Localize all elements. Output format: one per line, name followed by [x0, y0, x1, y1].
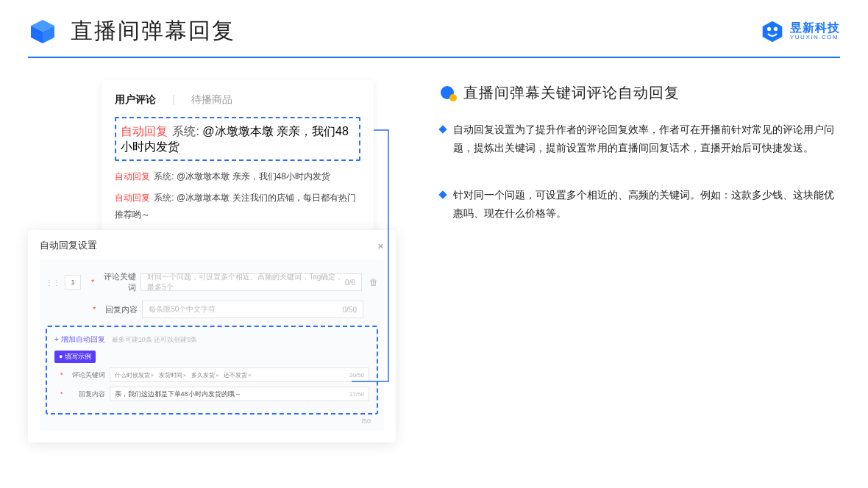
keyword-chip[interactable]: 还不发货	[224, 372, 255, 378]
keyword-chip[interactable]: 发货时间	[159, 372, 190, 378]
char-count: 0/50	[343, 306, 357, 314]
input-placeholder: 对同一个问题，可设置多个相近、高频的关键词，Tag确定，最多5个	[147, 272, 345, 293]
example-badge: ● 填写示例	[54, 351, 96, 363]
brand-logo: 昱新科技 YUUXIN.COM	[761, 20, 840, 43]
svg-point-5	[774, 26, 778, 30]
keyword-label: 评论关键词	[101, 271, 136, 293]
tab-separator: |	[172, 93, 175, 107]
svg-marker-3	[763, 21, 783, 41]
required-dot-icon: *	[91, 278, 94, 287]
char-count: 37/50	[349, 391, 364, 398]
page-title: 直播间弹幕回复	[71, 16, 235, 46]
bullet-text: 针对同一个问题，可设置多个相近的、高频的关键词。例如：这款多少钱、这块能优惠吗、…	[453, 186, 840, 222]
svg-point-7	[449, 94, 457, 101]
required-dot-icon: *	[93, 305, 96, 314]
comment-highlighted: 自动回复 系统: @冰墩墩本墩 亲亲，我们48小时内发货	[115, 117, 360, 161]
header-left: 直播间弹幕回复	[28, 16, 235, 46]
example-kw-input[interactable]: 什么时候发货 发货时间 多久发货 还不发货 20/50	[110, 367, 369, 382]
auto-reply-settings-card: 自动回复设置 × ⋮⋮ 1 * 评论关键词 对同一个问题，可设置多个相近、高频的…	[28, 230, 396, 442]
example-reply-row: * 回复内容 亲，我们这边都是下单48小时内发货的哦～ 37/50	[54, 387, 369, 401]
char-count: 0/6	[345, 279, 355, 287]
example-keyword-row: * 评论关键词 什么时候发货 发货时间 多久发货 还不发货 20/50	[54, 367, 369, 382]
bullet-item: 自动回复设置为了提升作者的评论回复效率，作者可在开播前针对常见的评论用户问题，提…	[440, 121, 840, 157]
input-placeholder: 每条限50个中文字符	[149, 304, 216, 315]
char-count: 20/50	[349, 372, 364, 378]
settings-title: 自动回复设置	[40, 239, 97, 252]
right-text-column: 直播间弹幕关键词评论自动回复 自动回复设置为了提升作者的评论回复效率，作者可在开…	[440, 80, 840, 440]
cube-icon	[28, 17, 57, 46]
auto-reply-tag: 自动回复	[115, 193, 150, 203]
reply-input[interactable]: 每条限50个中文字符 0/50	[142, 301, 363, 318]
drag-handle-icon[interactable]: ⋮⋮	[46, 279, 60, 287]
comment-row: 自动回复 系统: @冰墩墩本墩 亲亲，我们48小时内发货	[115, 168, 360, 185]
auto-reply-tag: 自动回复	[115, 171, 150, 182]
system-label: 系统:	[154, 171, 174, 182]
comment-text: @冰墩墩本墩 亲亲，我们48小时内发货	[177, 171, 330, 182]
reply-label: 回复内容	[102, 304, 138, 315]
chat-bubble-icon	[440, 85, 456, 101]
example-kw-label: 评论关键词	[70, 370, 105, 380]
system-label: 系统:	[154, 193, 174, 203]
reply-row: * 回复内容 每条限50个中文字符 0/50	[46, 301, 378, 318]
bullet-text: 自动回复设置为了提升作者的评论回复效率，作者可在开播前针对常见的评论用户问题，提…	[453, 121, 840, 157]
diamond-bullet-icon	[438, 125, 447, 133]
keyword-row: ⋮⋮ 1 * 评论关键词 对同一个问题，可设置多个相近、高频的关键词，Tag确定…	[46, 271, 378, 293]
required-dot-icon: *	[60, 390, 63, 398]
comment-text: @冰墩墩本墩 关注我们的店铺，每日都有热门推荐哟～	[115, 193, 356, 220]
svg-point-4	[767, 26, 771, 30]
system-label: 系统:	[172, 125, 199, 137]
delete-icon[interactable]: 🗑	[369, 277, 378, 287]
index-box: 1	[65, 275, 81, 290]
example-reply-value: 亲，我们这边都是下单48小时内发货的哦～	[115, 390, 241, 399]
tail-count: /50	[46, 415, 378, 425]
diamond-bullet-icon	[438, 190, 447, 198]
close-icon[interactable]: ×	[377, 240, 384, 252]
tab-products[interactable]: 待播商品	[191, 93, 232, 107]
brand-name-en: YUUXIN.COM	[790, 35, 840, 40]
keyword-chip[interactable]: 什么时候发货	[115, 372, 157, 378]
add-hint: 最多可建10条 还可以创建9条	[112, 336, 198, 343]
auto-reply-tag: 自动回复	[121, 125, 168, 137]
tab-comments[interactable]: 用户评论	[115, 93, 156, 107]
left-illustration: 用户评论 | 待播商品 自动回复 系统: @冰墩墩本墩 亲亲，我们48小时内发货…	[28, 80, 410, 440]
brand-name-cn: 昱新科技	[790, 22, 840, 35]
keyword-chip[interactable]: 多久发货	[191, 372, 222, 378]
page-header: 直播间弹幕回复 昱新科技 YUUXIN.COM	[0, 0, 868, 46]
bullet-item: 针对同一个问题，可设置多个相近的、高频的关键词。例如：这款多少钱、这块能优惠吗、…	[440, 186, 840, 222]
keyword-input[interactable]: 对同一个问题，可设置多个相近、高频的关键词，Tag确定，最多5个 0/6	[140, 273, 362, 291]
brand-hex-icon	[761, 20, 784, 43]
required-dot-icon: *	[60, 371, 63, 378]
add-auto-reply-link[interactable]: + 增加自动回复	[54, 335, 105, 343]
comment-row: 自动回复 系统: @冰墩墩本墩 关注我们的店铺，每日都有热门推荐哟～	[115, 190, 360, 223]
example-reply-label: 回复内容	[70, 390, 105, 399]
section-title: 直播间弹幕关键词评论自动回复	[463, 83, 680, 103]
example-reply-input[interactable]: 亲，我们这边都是下单48小时内发货的哦～ 37/50	[110, 387, 369, 401]
example-panel: + 增加自动回复 最多可建10条 还可以创建9条 ● 填写示例 * 评论关键词 …	[46, 326, 378, 415]
